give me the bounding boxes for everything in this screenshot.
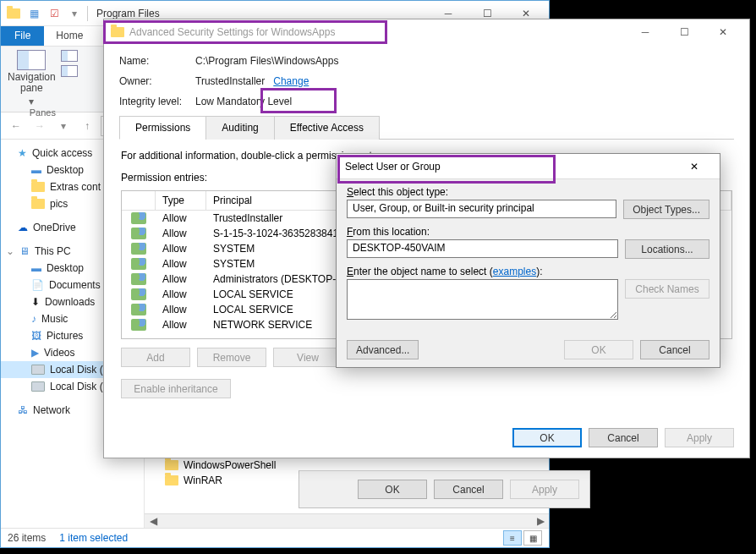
remove-button[interactable]: Remove xyxy=(197,348,266,367)
folder-icon xyxy=(4,4,23,23)
desktop-icon: ▬ xyxy=(31,164,41,176)
enter-name-label: Enter the object name to select (example… xyxy=(347,266,709,277)
perm-type: Allow xyxy=(156,226,206,241)
status-item-count: 26 items xyxy=(8,532,46,544)
group-icon xyxy=(131,243,146,255)
forward-button[interactable]: → xyxy=(30,116,50,136)
advsec-apply-button[interactable]: Apply xyxy=(665,428,734,447)
status-selected: 1 item selected xyxy=(59,532,128,544)
pictures-icon: 🖼 xyxy=(31,330,41,342)
scroll-left-icon[interactable]: ◀ xyxy=(146,515,160,527)
chevron-down-icon[interactable]: ⌄ xyxy=(6,245,14,257)
up-button[interactable]: ↑ xyxy=(77,116,97,136)
group-icon xyxy=(131,273,146,285)
tab-auditing[interactable]: Auditing xyxy=(205,116,274,140)
perm-type: Allow xyxy=(156,302,206,317)
group-icon xyxy=(131,212,146,224)
advsec-titlebar: Advanced Security Settings for WindowsAp… xyxy=(104,19,749,45)
home-tab[interactable]: Home xyxy=(44,26,95,46)
perm-type: Allow xyxy=(156,256,206,272)
col-type[interactable]: Type xyxy=(156,191,206,210)
seldlg-ok-button[interactable]: OK xyxy=(564,340,633,359)
star-icon: ★ xyxy=(18,147,27,159)
object-type-field: User, Group, or Built-in security princi… xyxy=(347,200,616,218)
qat-dropdown-icon[interactable]: ▾ xyxy=(65,4,84,23)
desktop-icon: ▬ xyxy=(31,262,41,274)
tab-effective-access[interactable]: Effective Access xyxy=(274,116,380,140)
advsec-ok-button[interactable]: OK xyxy=(512,428,582,447)
object-types-button[interactable]: Object Types... xyxy=(623,200,709,219)
name-label: Name: xyxy=(119,55,195,67)
object-type-label: Select this object type: xyxy=(347,186,709,198)
object-name-input[interactable] xyxy=(347,279,618,320)
inner-apply-button[interactable]: Apply xyxy=(510,480,579,499)
onedrive-icon: ☁ xyxy=(18,222,28,233)
horizontal-scrollbar[interactable]: ◀ ▶ xyxy=(145,513,549,528)
integrity-label: Integrity level: xyxy=(119,96,195,107)
from-location-field: DESKTOP-450VAIM xyxy=(347,239,618,258)
name-value: C:\Program Files\WindowsApps xyxy=(195,55,338,67)
view-button[interactable]: View xyxy=(273,348,342,367)
integrity-value: Low Mandatory Level xyxy=(195,96,292,107)
enable-inheritance-button[interactable]: Enable inheritance xyxy=(121,379,231,398)
advsec-maximize-button[interactable]: ☐ xyxy=(665,20,704,44)
group-icon xyxy=(131,319,146,331)
qat-check-icon[interactable]: ☑ xyxy=(45,4,63,23)
drive-icon xyxy=(31,365,45,375)
details-view-button[interactable]: ≡ xyxy=(503,530,522,546)
seldlg-cancel-button[interactable]: Cancel xyxy=(640,340,709,359)
details-pane-icon[interactable] xyxy=(61,65,78,77)
file-tab[interactable]: File xyxy=(1,26,44,46)
pc-icon: 🖥 xyxy=(19,245,30,257)
advanced-button[interactable]: Advanced... xyxy=(347,340,419,359)
music-icon: ♪ xyxy=(31,313,36,325)
advsec-cancel-button[interactable]: Cancel xyxy=(589,428,658,447)
inner-ok-button[interactable]: OK xyxy=(358,480,427,499)
explorer-title: Program Files xyxy=(96,8,160,19)
seldlg-close-button[interactable]: ✕ xyxy=(677,155,711,178)
advsec-close-button[interactable]: ✕ xyxy=(704,20,742,44)
network-icon: 🖧 xyxy=(18,404,28,416)
recent-dropdown[interactable]: ▾ xyxy=(53,116,74,136)
group-icon xyxy=(131,288,146,300)
check-names-button[interactable]: Check Names xyxy=(625,279,709,299)
from-location-label: From this location: xyxy=(347,226,709,238)
change-owner-link[interactable]: Change xyxy=(273,75,309,87)
locations-button[interactable]: Locations... xyxy=(625,239,709,259)
perm-type: Allow xyxy=(156,241,206,256)
perm-type: Allow xyxy=(156,272,206,287)
seldlg-title: Select User or Group xyxy=(345,161,441,173)
select-user-dialog: Select User or Group ✕ Select this objec… xyxy=(336,153,720,368)
tab-permissions[interactable]: Permissions xyxy=(119,116,206,140)
scroll-right-icon[interactable]: ▶ xyxy=(534,515,547,527)
advsec-tabs: Permissions Auditing Effective Access xyxy=(119,116,734,140)
folder-icon xyxy=(31,199,45,209)
inner-properties-footer: OK Cancel Apply xyxy=(299,470,590,508)
folder-icon xyxy=(31,182,45,192)
group-icon xyxy=(131,304,146,315)
examples-link[interactable]: examples xyxy=(493,266,536,277)
icons-view-button[interactable]: ▦ xyxy=(523,530,542,546)
perm-type: Allow xyxy=(156,287,206,302)
perm-type: Allow xyxy=(156,317,206,332)
downloads-icon: ⬇ xyxy=(31,296,40,308)
drive-icon xyxy=(31,381,45,392)
advsec-title: Advanced Security Settings for WindowsAp… xyxy=(129,26,335,38)
perm-type: Allow xyxy=(156,211,206,226)
add-button[interactable]: Add xyxy=(121,348,190,367)
owner-value: TrustedInstaller xyxy=(195,75,265,87)
group-icon xyxy=(131,258,146,270)
owner-label: Owner: xyxy=(119,75,195,87)
seldlg-titlebar: Select User or Group ✕ xyxy=(337,154,720,179)
navigation-pane-button[interactable]: Navigation pane ▾ xyxy=(8,50,56,107)
qat-properties-icon[interactable]: ▦ xyxy=(25,4,43,23)
advsec-minimize-button[interactable]: ─ xyxy=(626,20,665,44)
documents-icon: 📄 xyxy=(31,279,44,291)
back-button[interactable]: ← xyxy=(6,116,26,136)
preview-pane-icon[interactable] xyxy=(61,50,78,62)
status-bar: 26 items 1 item selected ≡ ▦ xyxy=(1,528,549,547)
group-icon xyxy=(131,228,146,239)
folder-icon xyxy=(111,27,124,37)
inner-cancel-button[interactable]: Cancel xyxy=(434,480,503,499)
videos-icon: ▶ xyxy=(31,347,39,359)
